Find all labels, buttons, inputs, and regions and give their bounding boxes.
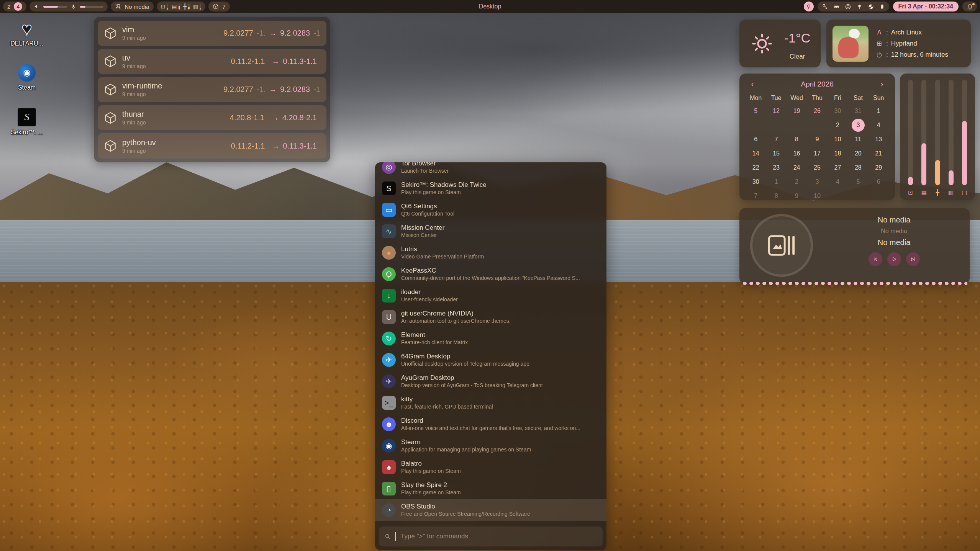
app-list-item[interactable]: ↻ Element Feature-rich client for Matrix [375,328,606,349]
app-list-item[interactable]: >_ kitty Fast, feature-rich, GPU based t… [375,392,606,414]
app-list-item[interactable]: ✈ AyuGram Desktop Desktop version of Ayu… [375,371,606,392]
steam-tray-icon[interactable] [868,3,874,10]
app-name: KeePassXC [401,267,580,275]
update-notification[interactable]: python-uv 9 min ago 0.11.2-1.1 → 0.11.3-… [98,133,326,159]
keepassxc-tray-icon[interactable] [822,3,828,10]
weather-widget: -1°C Clear [739,20,821,67]
app-list-item[interactable]: Ϙ KeePassXC Community-driven port of the… [375,263,606,285]
clock[interactable]: Fri 3 Apr - 00:32:34 [893,2,959,11]
calendar-day[interactable]: 3 [848,118,868,132]
calendar-day[interactable]: 6 [869,175,889,189]
update-notification[interactable]: thunar 9 min ago 4.20.8-1.1 → 4.20.8-2.1 [98,105,326,131]
calendar-day[interactable]: 25 [807,160,827,175]
system-info-row: Λ : Arch Linux [875,29,948,36]
app-list-item[interactable]: ↓ iloader User-friendly sideloader [375,285,606,306]
update-notification[interactable]: vim-runtime 9 min ago 9.2.0277-1. → 9.2.… [98,77,326,102]
calendar-day[interactable]: 20 [848,146,868,160]
notifications-button[interactable] [962,2,977,11]
workspace-4-active[interactable]: 4 [14,2,22,11]
calendar-day[interactable]: 1 [766,175,786,189]
next-track-button[interactable] [906,252,920,266]
calendar-day[interactable]: 10 [807,189,827,203]
desktop-icon[interactable]: ◉ Steam [18,64,36,91]
calendar-day[interactable]: 6 [746,132,766,146]
system-monitor-chip[interactable]: ⊡ ▤ ╋ ▥ [157,2,206,11]
desktop-icon[interactable]: ♥ DELTARU... [10,20,43,47]
app-list-item[interactable]: ● Lutris Video Game Preservation Platfor… [375,242,606,263]
app-list-item[interactable]: ✈ 64Gram Desktop Unofficial desktop vers… [375,349,606,371]
calendar-day[interactable]: 26 [807,104,827,118]
app-list-item[interactable]: ◉ Steam Application for managing and pla… [375,435,606,456]
calendar-day[interactable]: 3 [807,175,827,189]
idle-inhibitor-button[interactable] [804,2,814,11]
calendar-day[interactable]: 13 [869,132,889,146]
calendar-day[interactable]: 2 [828,118,848,132]
calendar-day[interactable]: 30 [828,104,848,118]
calendar-day[interactable]: 15 [766,146,786,160]
updates-chip[interactable]: 7 [208,2,229,11]
calendar-day[interactable]: 10 [828,132,848,146]
previous-track-button[interactable] [869,252,882,266]
calendar-day[interactable]: 1 [869,104,889,118]
media-chip[interactable]: No media [111,2,153,11]
calendar-day[interactable]: 21 [869,146,889,160]
mic-slider[interactable] [80,6,103,8]
desktop-icon[interactable]: S Sekiro™: ... [11,108,43,136]
battery-tray-icon[interactable] [879,4,885,10]
calendar-day[interactable]: 8 [787,132,807,146]
play-button[interactable] [887,252,901,266]
app-icon: ● [382,246,396,260]
calendar-next-button[interactable]: › [877,80,887,88]
app-list-item[interactable]: S Sekiro™: Shadows Die Twice Play this g… [375,178,606,199]
calendar-day[interactable]: 19 [787,104,807,118]
workspaces-chip[interactable]: 2 4 [3,2,26,11]
calendar-day[interactable]: 30 [746,175,766,189]
calendar-day[interactable]: 4 [869,118,889,132]
calendar-day[interactable]: 11 [848,132,868,146]
update-notification[interactable]: uv 9 min ago 0.11.2-1.1 → 0.11.3-1.1 [98,49,326,74]
app-name: Sekiro™: Shadows Die Twice [401,181,487,189]
calendar-day[interactable]: 12 [766,104,786,118]
calendar-day[interactable]: 7 [766,132,786,146]
bulb-tray-icon[interactable] [856,3,863,10]
calendar-day[interactable]: 18 [828,146,848,160]
calendar-day[interactable]: 8 [766,189,786,203]
obs-tray-icon[interactable] [845,3,851,10]
update-notification[interactable]: vim 9 min ago 9.2.0277-1. → 9.2.0283-1 [98,21,326,46]
app-list-item[interactable]: ◎ Tor Browser Launch Tor Browser [375,162,606,178]
volume-slider[interactable] [43,6,67,8]
calendar-day[interactable]: 23 [766,160,786,175]
calendar-day[interactable]: 31 [848,104,868,118]
calendar-day[interactable]: 4 [828,175,848,189]
calendar-day[interactable]: 14 [746,146,766,160]
app-list-item[interactable]: ∿ Mission Center Mission Center [375,221,606,242]
calendar-day[interactable]: 28 [848,160,868,175]
network-tray-icon[interactable] [833,3,840,10]
calendar-day[interactable]: 9 [787,189,807,203]
app-list-item[interactable]: ◔ OBS Studio Free and Open Source Stream… [375,499,606,521]
search-input[interactable] [400,532,597,541]
calendar-day[interactable]: 16 [787,146,807,160]
audio-chip[interactable] [29,2,108,11]
calendar-day[interactable]: 5 [746,104,766,118]
old-version-dim: -1. [257,29,265,38]
calendar-day[interactable]: 17 [807,146,827,160]
calendar-day[interactable]: 24 [787,160,807,175]
calendar-day[interactable]: 9 [807,132,827,146]
calendar-day[interactable]: 7 [746,189,766,203]
calendar-day[interactable]: 29 [869,160,889,175]
old-version: 9.2.0277 [223,85,253,94]
app-list-item[interactable]: ▭ Qt6 Settings Qt6 Configuration Tool [375,199,606,221]
package-icon [104,111,117,124]
calendar-day[interactable]: 2 [787,175,807,189]
calendar-day[interactable]: 27 [828,160,848,175]
calendar-prev-button[interactable]: ‹ [748,80,757,88]
app-list-item[interactable]: ♠ Balatro Play this game on Steam [375,456,606,478]
calendar-day[interactable]: 5 [848,175,868,189]
workspace-2[interactable]: 2 [7,3,10,10]
launcher-search[interactable] [379,526,603,546]
app-list-item[interactable]: ▯ Slay the Spire 2 Play this game on Ste… [375,478,606,499]
app-list-item[interactable]: ☻ Discord All-in-one voice and text chat… [375,414,606,435]
app-list-item[interactable]: U git userChrome (NVIDIA) An automation … [375,306,606,328]
calendar-day[interactable]: 22 [746,160,766,175]
